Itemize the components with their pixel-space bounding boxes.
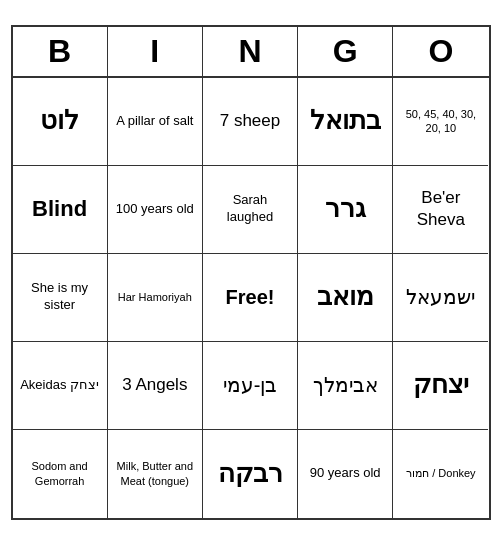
bingo-cell-0: לוט (13, 78, 108, 166)
bingo-cell-4: 50, 45, 40, 30, 20, 10 (393, 78, 488, 166)
bingo-cell-9: Be'er Sheva (393, 166, 488, 254)
bingo-cell-1: A pillar of salt (108, 78, 203, 166)
bingo-cell-15: Akeidas יצחק (13, 342, 108, 430)
bingo-cell-24: חמור / Donkey (393, 430, 488, 518)
bingo-cell-16: 3 Angels (108, 342, 203, 430)
header-letter-o: O (393, 27, 488, 76)
bingo-grid: לוטA pillar of salt7 sheepבתואל50, 45, 4… (13, 78, 489, 518)
bingo-cell-10: She is my sister (13, 254, 108, 342)
bingo-card: BINGO לוטA pillar of salt7 sheepבתואל50,… (11, 25, 491, 520)
bingo-cell-14: ישמעאל (393, 254, 488, 342)
bingo-cell-6: 100 years old (108, 166, 203, 254)
bingo-cell-17: בן-עמי (203, 342, 298, 430)
header-letter-i: I (108, 27, 203, 76)
bingo-cell-20: Sodom and Gemorrah (13, 430, 108, 518)
bingo-cell-12: Free! (203, 254, 298, 342)
bingo-cell-3: בתואל (298, 78, 393, 166)
header-letter-b: B (13, 27, 108, 76)
bingo-cell-23: 90 years old (298, 430, 393, 518)
bingo-cell-8: גרר (298, 166, 393, 254)
header-letter-n: N (203, 27, 298, 76)
header-letter-g: G (298, 27, 393, 76)
bingo-header: BINGO (13, 27, 489, 78)
bingo-cell-13: מואב (298, 254, 393, 342)
bingo-cell-5: Blind (13, 166, 108, 254)
bingo-cell-11: Har Hamoriyah (108, 254, 203, 342)
bingo-cell-2: 7 sheep (203, 78, 298, 166)
bingo-cell-21: Milk, Butter and Meat (tongue) (108, 430, 203, 518)
bingo-cell-22: רבקה (203, 430, 298, 518)
bingo-cell-19: יצחק (393, 342, 488, 430)
bingo-cell-18: אבימלך (298, 342, 393, 430)
bingo-cell-7: Sarah laughed (203, 166, 298, 254)
